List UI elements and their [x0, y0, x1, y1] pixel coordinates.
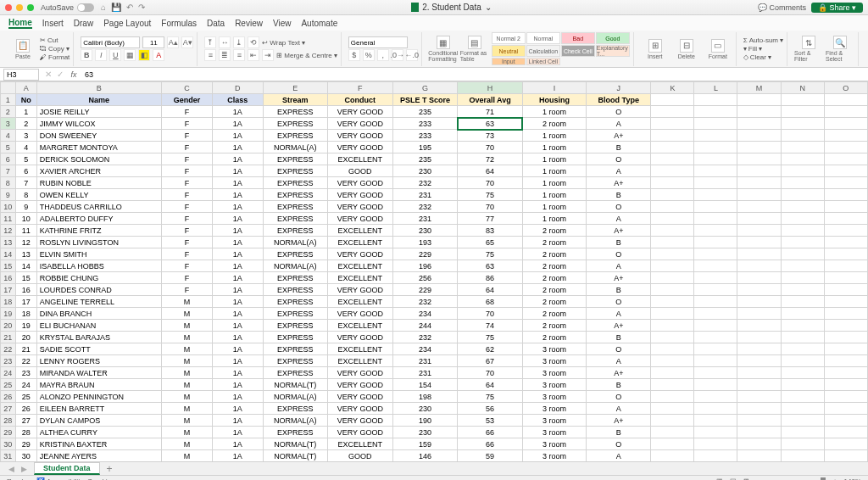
cell[interactable]: 8 [15, 189, 36, 201]
cell[interactable] [781, 332, 824, 343]
cell[interactable]: 14 [15, 260, 36, 272]
cell[interactable]: 1A [213, 320, 264, 332]
cell[interactable] [694, 118, 737, 130]
cell[interactable] [694, 153, 737, 165]
cell[interactable]: VERY GOOD [328, 118, 393, 130]
cell[interactable] [781, 142, 824, 153]
cell[interactable]: ALONZO PENNINGTON [36, 391, 161, 403]
cell[interactable] [651, 213, 694, 225]
cell[interactable] [737, 248, 781, 260]
cell[interactable] [737, 367, 781, 379]
cell[interactable]: MARGRET MONTOYA [36, 142, 161, 153]
cell[interactable]: F [161, 201, 212, 213]
font-name-select[interactable] [81, 36, 140, 48]
cell[interactable]: 62 [458, 343, 522, 355]
tab-formulas[interactable]: Formulas [161, 19, 197, 28]
cell[interactable]: 72 [458, 153, 522, 165]
cell[interactable]: M [161, 308, 212, 320]
cell[interactable]: 13 [15, 248, 36, 260]
style-calculation[interactable]: Calculation [526, 45, 560, 57]
cell[interactable] [781, 391, 824, 403]
cell[interactable]: F [161, 272, 212, 284]
cell[interactable]: EXPRESS [263, 367, 327, 379]
cell[interactable]: 3 room [522, 355, 586, 367]
cell[interactable] [651, 355, 694, 367]
cell[interactable]: EXCELLENT [328, 320, 393, 332]
cell[interactable]: 1A [213, 177, 264, 189]
cell[interactable]: 28 [15, 427, 36, 438]
cell[interactable] [651, 153, 694, 165]
autosum-button[interactable]: Σ Auto-sum ▾ [743, 36, 783, 44]
cell[interactable]: SADIE SCOTT [36, 343, 161, 355]
cell[interactable]: A+ [587, 367, 651, 379]
cell[interactable]: 195 [392, 142, 458, 153]
align-left-icon[interactable]: ≡ [204, 49, 216, 61]
row-header[interactable]: 3 [1, 118, 16, 130]
indent-left-icon[interactable]: ⇤ [248, 49, 259, 61]
cell[interactable]: 1A [213, 379, 264, 391]
cell[interactable]: JEANNE AYERS [36, 450, 161, 462]
cell[interactable]: NORMAL(T) [263, 379, 327, 391]
cell[interactable]: 159 [392, 438, 458, 450]
cell[interactable] [737, 153, 781, 165]
row-header[interactable]: 21 [1, 332, 16, 343]
cell[interactable]: 26 [15, 403, 36, 415]
cell[interactable] [651, 450, 694, 462]
row-header[interactable]: 12 [1, 225, 16, 237]
cell[interactable] [651, 332, 694, 343]
style-linked-cell[interactable]: Linked Cell [526, 58, 560, 65]
row-header[interactable]: 10 [1, 201, 16, 213]
cell[interactable]: 232 [392, 201, 458, 213]
cell[interactable] [737, 320, 781, 332]
orientation-icon[interactable]: ⟲ [248, 36, 259, 48]
cell[interactable]: M [161, 296, 212, 308]
switch-icon[interactable] [77, 3, 94, 12]
column-header-A[interactable]: A [15, 82, 36, 94]
insert-cells-button[interactable]: ⊞Insert [641, 39, 670, 59]
cell[interactable]: EXCELLENT [328, 296, 393, 308]
sheet-tab[interactable]: Student Data [34, 462, 100, 475]
cell[interactable]: F [161, 237, 212, 248]
row-header[interactable]: 25 [1, 379, 16, 391]
style-check-cell[interactable]: Check Cell [561, 45, 595, 57]
cell[interactable] [651, 94, 694, 106]
cell[interactable]: 16 [15, 284, 36, 296]
cell[interactable]: 4 [15, 142, 36, 153]
row-header[interactable]: 13 [1, 237, 16, 248]
row-header[interactable]: 11 [1, 213, 16, 225]
sheet-nav-prev-icon[interactable]: ◀ [8, 465, 14, 473]
cell[interactable]: 1 room [522, 153, 586, 165]
row-header[interactable]: 19 [1, 308, 16, 320]
row-header[interactable]: 5 [1, 142, 16, 153]
cell[interactable]: M [161, 403, 212, 415]
cell[interactable] [694, 260, 737, 272]
cell[interactable]: XAVIER ARCHER [36, 165, 161, 177]
cell[interactable]: 232 [392, 332, 458, 343]
cell[interactable]: 1A [213, 308, 264, 320]
cell[interactable]: 2 [15, 118, 36, 130]
cell[interactable]: 196 [392, 260, 458, 272]
cell[interactable]: 3 room [522, 391, 586, 403]
cell[interactable] [781, 177, 824, 189]
cell[interactable] [694, 427, 737, 438]
cell[interactable]: VERY GOOD [328, 201, 393, 213]
fill-color-icon[interactable]: ◧ [138, 49, 150, 61]
cell[interactable]: 1A [213, 415, 264, 427]
cell[interactable]: LENNY ROGERS [36, 355, 161, 367]
cell[interactable] [694, 94, 737, 106]
autosave-toggle[interactable]: AutoSave [41, 3, 94, 12]
cell[interactable]: 3 room [522, 427, 586, 438]
cell[interactable]: EXPRESS [263, 118, 327, 130]
cell[interactable]: 70 [458, 142, 522, 153]
tab-home[interactable]: Home [8, 18, 32, 29]
table-header-housing[interactable]: Housing [522, 94, 586, 106]
cell[interactable] [651, 165, 694, 177]
cell[interactable] [694, 130, 737, 142]
cell[interactable]: 1A [213, 106, 264, 118]
cell[interactable]: 73 [458, 130, 522, 142]
cell[interactable]: O [587, 296, 651, 308]
cell[interactable]: 1A [213, 130, 264, 142]
cell[interactable]: 9 [15, 201, 36, 213]
cell[interactable] [781, 367, 824, 379]
cell[interactable]: 231 [392, 367, 458, 379]
